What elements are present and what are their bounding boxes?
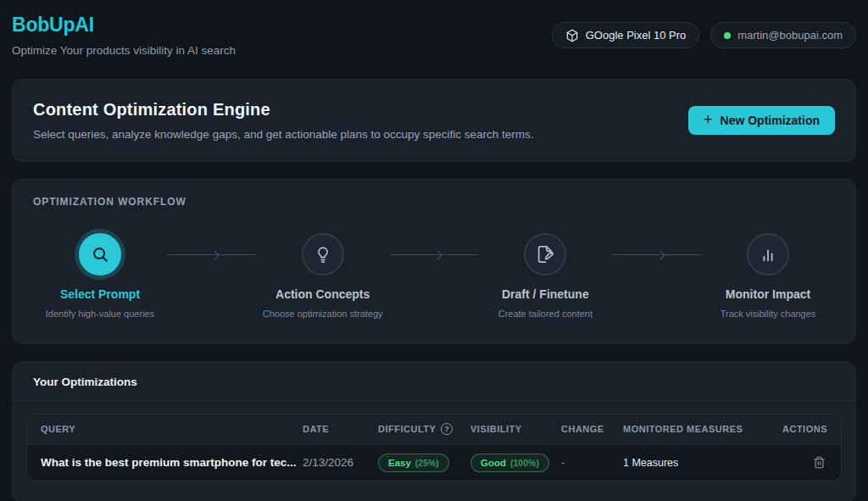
column-header-difficulty: DIFFICULTY ? bbox=[378, 423, 470, 435]
search-icon bbox=[79, 233, 121, 276]
brand-block: BobUpAI Optimize Your products visibilit… bbox=[12, 14, 236, 57]
step-title: Action Concepts bbox=[275, 287, 370, 301]
your-optimizations-title: Your Optimizations bbox=[13, 362, 855, 401]
new-optimization-label: New Optimization bbox=[721, 114, 820, 127]
your-optimizations-card: Your Optimizations QUERY DATE DIFFICULTY… bbox=[12, 361, 856, 501]
difficulty-label: Easy bbox=[388, 458, 411, 468]
workflow-step-select-prompt: Select Prompt Identify high-value querie… bbox=[33, 233, 167, 321]
step-connector-arrow bbox=[612, 254, 701, 255]
step-subtitle: Choose optimization strategy bbox=[263, 307, 383, 321]
hero-text-block: Content Optimization Engine Select queri… bbox=[33, 100, 534, 141]
step-title: Draft / Finetune bbox=[502, 287, 589, 301]
change-cell: - bbox=[561, 456, 623, 469]
bar-chart-icon bbox=[747, 233, 789, 276]
step-connector-arrow bbox=[167, 254, 256, 255]
visibility-label: Good bbox=[481, 458, 506, 468]
step-subtitle: Track visibility changes bbox=[721, 307, 816, 321]
step-subtitle: Create tailored content bbox=[498, 307, 593, 321]
actions-cell bbox=[811, 454, 827, 471]
optimizations-table: QUERY DATE DIFFICULTY ? VISIBILITY CHANG… bbox=[26, 414, 842, 482]
query-cell: What is the best premium smartphone for … bbox=[41, 456, 303, 469]
lightbulb-icon bbox=[302, 233, 344, 276]
monitored-measures-cell: 1 Measures bbox=[623, 457, 781, 469]
step-title: Select Prompt bbox=[60, 287, 140, 301]
step-title: Monitor Impact bbox=[726, 287, 810, 301]
visibility-badge: Good (100%) bbox=[470, 454, 549, 472]
date-cell: 2/13/2026 bbox=[303, 456, 378, 469]
table-header-row: QUERY DATE DIFFICULTY ? VISIBILITY CHANG… bbox=[27, 415, 841, 445]
difficulty-badge: Easy (25%) bbox=[378, 454, 449, 472]
app-logo[interactable]: BobUpAI bbox=[12, 14, 236, 36]
document-pen-icon bbox=[524, 233, 566, 276]
column-header-change: CHANGE bbox=[561, 424, 623, 434]
visibility-cell: Good (100%) bbox=[470, 454, 561, 472]
visibility-percent: (100%) bbox=[510, 458, 539, 468]
account-pill[interactable]: martin@bobupai.com bbox=[710, 22, 856, 48]
workflow-step-action-concepts: Action Concepts Choose optimization stra… bbox=[256, 233, 390, 321]
step-subtitle: Identify high-value queries bbox=[46, 307, 154, 321]
hero-title: Content Optimization Engine bbox=[33, 100, 534, 120]
workflow-section-label: OPTIMIZATION WORKFLOW bbox=[33, 196, 835, 208]
help-circle-icon[interactable]: ? bbox=[441, 423, 453, 435]
difficulty-percent: (25%) bbox=[415, 458, 439, 468]
step-connector-arrow bbox=[390, 254, 479, 255]
topbar: BobUpAI Optimize Your products visibilit… bbox=[12, 14, 856, 57]
online-status-dot bbox=[724, 32, 731, 39]
app-page: BobUpAI Optimize Your products visibilit… bbox=[0, 0, 868, 501]
package-cube-icon bbox=[565, 29, 579, 42]
workflow-steps: Select Prompt Identify high-value querie… bbox=[33, 233, 835, 321]
device-selector-label: GOogle Pixel 10 Pro bbox=[586, 29, 687, 42]
plus-icon: + bbox=[704, 112, 713, 127]
workflow-step-draft-finetune: Draft / Finetune Create tailored content bbox=[478, 233, 612, 321]
topbar-right: GOogle Pixel 10 Pro martin@bobupai.com bbox=[552, 22, 856, 48]
column-header-difficulty-label: DIFFICULTY bbox=[378, 424, 436, 434]
account-email: martin@bobupai.com bbox=[737, 29, 843, 42]
content-optimization-engine-card: Content Optimization Engine Select queri… bbox=[12, 79, 856, 162]
column-header-actions: ACTIONS bbox=[782, 424, 827, 434]
column-header-date: DATE bbox=[303, 424, 378, 434]
trash-icon bbox=[813, 456, 826, 469]
device-selector-pill[interactable]: GOogle Pixel 10 Pro bbox=[552, 22, 700, 48]
app-tagline: Optimize Your products visibility in AI … bbox=[12, 44, 236, 57]
workflow-step-monitor-impact: Monitor Impact Track visibility changes bbox=[701, 233, 835, 321]
hero-subtitle: Select queries, analyze knowledge gaps, … bbox=[33, 128, 534, 141]
delete-optimization-button[interactable] bbox=[811, 454, 827, 470]
column-header-visibility: VISIBILITY bbox=[470, 424, 561, 434]
column-header-query: QUERY bbox=[41, 424, 303, 434]
difficulty-cell: Easy (25%) bbox=[378, 454, 470, 472]
new-optimization-button[interactable]: + New Optimization bbox=[688, 106, 835, 135]
column-header-monitored-measures: MONITORED MEASURES bbox=[623, 424, 781, 434]
table-row[interactable]: What is the best premium smartphone for … bbox=[27, 445, 841, 481]
optimization-workflow-card: OPTIMIZATION WORKFLOW Select Prompt Iden… bbox=[12, 179, 856, 344]
